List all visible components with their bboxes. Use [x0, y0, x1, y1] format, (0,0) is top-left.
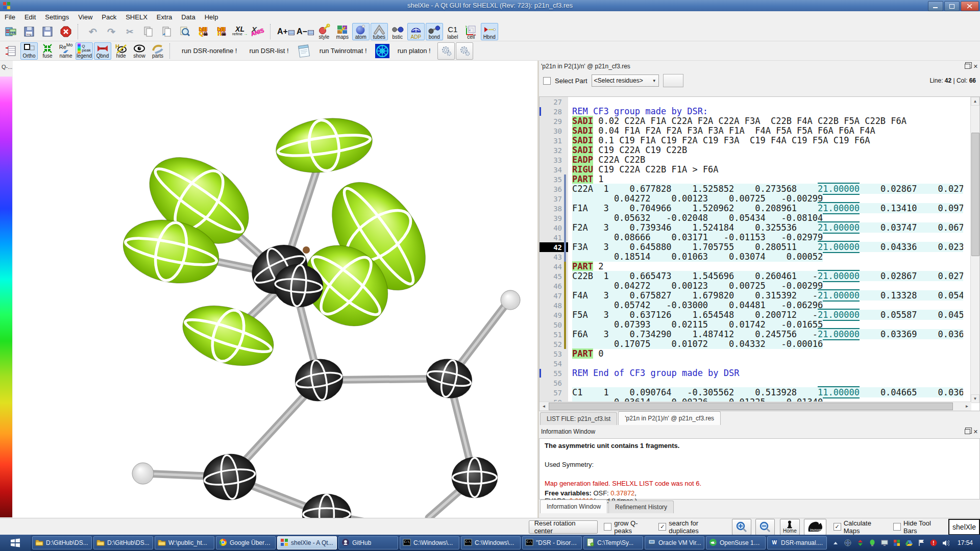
zoom-in-button[interactable] [732, 519, 751, 535]
flag-icon[interactable] [918, 539, 925, 547]
search-duplicates-checkbox[interactable]: ✓ [658, 523, 666, 531]
h-bonds-button[interactable]: Hbnd [481, 23, 498, 40]
zoom-out-button[interactable] [755, 519, 775, 535]
close-panel-icon[interactable]: ✕ [973, 429, 978, 435]
editor-dock-header[interactable]: 'p21n in P2(1)/n' @ p21n_cf3.res ✕ [539, 61, 980, 72]
taskbar-item-7[interactable]: C:\C:\Windows\... [461, 536, 521, 549]
adp-mode-button[interactable]: ADP [407, 23, 425, 40]
minimize-button[interactable] [928, 1, 943, 11]
notepad-button[interactable] [296, 42, 313, 60]
run-twinrotmat-button[interactable]: run Twinrotmat ! [314, 43, 373, 59]
scroll-right-icon[interactable]: ► [963, 402, 971, 410]
hide-toolbars-checkbox[interactable] [893, 523, 901, 531]
float-panel-icon[interactable] [965, 429, 970, 434]
free-variable-link[interactable]: 21.00000 [818, 202, 860, 214]
menu-pack[interactable]: Pack [97, 12, 121, 22]
undo-button[interactable]: ↶ [84, 23, 102, 40]
taskbar-clock[interactable]: 17:54 [958, 539, 973, 546]
run-dsr-list-button[interactable]: run DSR-list ! [243, 43, 294, 59]
menu-help[interactable]: Help [200, 12, 223, 22]
menu-view[interactable]: View [74, 12, 97, 22]
res-file-editor[interactable]: 2728REM CF3 group made by DSR:29SADI 0.0… [539, 96, 980, 411]
kill-q-button[interactable]: killQ☠ [194, 23, 212, 40]
free-variable-link[interactable]: 21.00000 [818, 328, 860, 340]
free-variable-link[interactable]: 21.00000 [818, 309, 860, 321]
updown-icon[interactable] [856, 539, 864, 547]
run-dsr-norefine-button[interactable]: run DSR-norefine ! [176, 43, 242, 59]
info-tab-0[interactable]: Information Window [540, 499, 607, 513]
file-tab-1[interactable]: 'p21n in P2(1)/n' @ p21n_cf3.res [618, 411, 721, 425]
show-q-button[interactable]: show [131, 42, 148, 60]
float-panel-icon[interactable] [965, 64, 970, 69]
save-file-button[interactable] [39, 23, 56, 40]
grow-qpeaks-checkbox[interactable] [604, 523, 611, 531]
style-button[interactable]: style [315, 23, 333, 40]
menu-settings[interactable]: Settings [40, 12, 74, 22]
open-res-button[interactable]: res [2, 23, 19, 40]
xl-refine-button[interactable]: XLrefine → [231, 23, 249, 40]
editor-vertical-scrollbar[interactable]: ▲ ▼ [970, 97, 979, 403]
taskbar-item-9[interactable]: C:\Temp\Sy... [583, 536, 643, 549]
settings-2-button[interactable] [456, 42, 473, 60]
title-bar[interactable]: shelXle - A Qt GUI for SHELXL (Rev: 723)… [0, 0, 980, 12]
free-variable-link[interactable]: 21.00000 [818, 270, 860, 282]
scrollbar-thumb[interactable] [549, 403, 953, 410]
taskbar-item-1[interactable]: D:\GitHub\DS... [93, 536, 153, 549]
taskbar-item-4[interactable]: shelXle - A Qt... [277, 536, 337, 549]
molecule-3d-view[interactable] [13, 61, 537, 518]
info-tab-1[interactable]: Refinement History [608, 500, 674, 513]
redo-button[interactable]: ↷ [103, 23, 120, 40]
taskbar-item-2[interactable]: W:\public_ht... [155, 536, 214, 549]
scrollbar-thumb[interactable] [971, 133, 979, 256]
run-platon-button[interactable]: run platon ! [392, 43, 436, 59]
taskbar-item-6[interactable]: C:\C:\Windows\... [400, 536, 459, 549]
bulb-icon[interactable] [869, 539, 876, 547]
up-arrow-icon[interactable] [832, 539, 840, 547]
q-bonds-button[interactable]: Qbnd [94, 42, 111, 60]
maximize-button[interactable] [944, 1, 960, 11]
taskbar-item-12[interactable]: WDSR-manual.... [767, 536, 827, 549]
alert-icon[interactable]: ! [930, 539, 938, 547]
save-image-button[interactable]: img [20, 23, 38, 40]
font-smaller-button[interactable]: A− [296, 23, 314, 40]
free-variable-link[interactable]: 11.00000 [818, 386, 860, 398]
free-variable-link[interactable]: 21.00000 [818, 241, 860, 253]
calculate-maps-checkbox[interactable]: ✓ [834, 523, 841, 531]
settings-1-button[interactable] [437, 42, 455, 60]
scroll-up-icon[interactable]: ▲ [971, 97, 979, 106]
menu-data[interactable]: Data [177, 12, 200, 22]
winflag-icon[interactable] [893, 539, 901, 547]
close-button[interactable] [961, 1, 979, 11]
anis-button[interactable]: XANIS [250, 23, 267, 40]
editor-horizontal-scrollbar[interactable]: ◄ ► [540, 402, 971, 411]
menu-file[interactable]: File [0, 12, 20, 22]
fuse-button[interactable]: fuse [39, 42, 56, 60]
taskbar-item-8[interactable]: C:\"DSR - Disord... [522, 536, 582, 549]
paste-button[interactable] [158, 23, 175, 40]
menu-edit[interactable]: Edit [20, 12, 40, 22]
free-variable-link[interactable]: 21.00000 [818, 289, 860, 302]
start-button[interactable] [0, 535, 31, 551]
menu-extra[interactable]: Extra [152, 12, 177, 22]
tubes-mode-button[interactable]: tubes [371, 23, 388, 40]
atom-mode-button[interactable]: atom [352, 23, 370, 40]
parts-button[interactable]: parts [149, 42, 166, 60]
taskbar-item-11[interactable]: OpenSuse 13.... [706, 536, 766, 549]
rename-button[interactable]: ReMoname [57, 42, 75, 60]
restore-list-button[interactable] [2, 42, 19, 60]
invzoom-button[interactable]: invzoom [804, 519, 826, 535]
scroll-down-icon[interactable]: ▼ [971, 394, 979, 403]
reset-rotation-button[interactable]: Reset rotation center [529, 520, 598, 534]
kill-h-button[interactable]: killH☠ [213, 23, 230, 40]
scroll-left-icon[interactable]: ◄ [540, 402, 548, 410]
twinrotmat-button[interactable] [374, 42, 391, 60]
bond-mode-button[interactable]: bond [426, 23, 443, 40]
ballstick-mode-button[interactable]: bstic [389, 23, 406, 40]
close-panel-icon[interactable]: ✕ [973, 63, 978, 70]
hide-q-button[interactable]: Hhide [112, 42, 130, 60]
q-peak-legend-button[interactable]: Qpeaklegend [76, 42, 93, 60]
monitor-icon[interactable] [881, 539, 889, 547]
blank-button[interactable] [663, 74, 683, 87]
font-bigger-button[interactable]: A+ [277, 23, 295, 40]
info-dock-header[interactable]: Information Window ✕ [539, 426, 980, 437]
